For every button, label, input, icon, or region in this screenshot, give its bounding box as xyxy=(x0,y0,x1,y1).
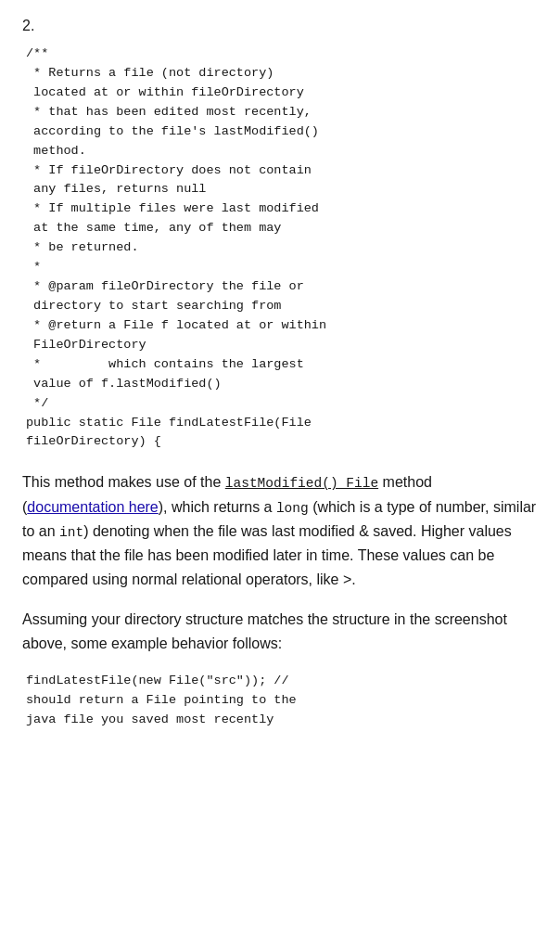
prose-1-after-link: ), which returns a xyxy=(159,499,276,515)
prose-paragraph-1: This method makes use of the lastModifie… xyxy=(22,470,538,591)
code-example-block: findLatestFile(new File("src")); // shou… xyxy=(22,672,538,730)
prose-1-inline3: int xyxy=(59,525,83,540)
documentation-link[interactable]: documentation here xyxy=(27,499,158,515)
prose-1-inline2: long xyxy=(276,501,309,516)
content-wrapper: 2. /** * Returns a file (not directory) … xyxy=(22,15,538,730)
item-number: 2. xyxy=(22,15,538,37)
prose-1-inline1: lastModified() File xyxy=(225,476,378,491)
prose-1-end: ) denoting when the file was last modifi… xyxy=(22,523,512,587)
prose-paragraph-2: Assuming your directory structure matche… xyxy=(22,608,538,655)
code-comment-block: /** * Returns a file (not directory) loc… xyxy=(22,45,538,452)
prose-1-before-link: This method makes use of the xyxy=(22,474,225,490)
